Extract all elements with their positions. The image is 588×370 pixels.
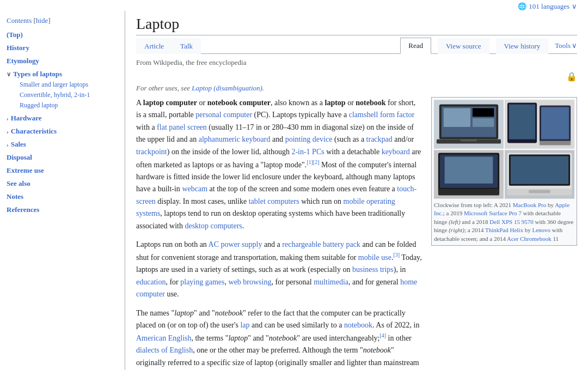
main-content: Laptop Article Talk Read View source Vie… — [125, 11, 588, 370]
tabs-right: Read View source View history Tools ∨ — [400, 38, 577, 53]
toc-item-notes[interactable]: Notes — [7, 191, 118, 202]
svg-rect-4 — [473, 108, 494, 117]
image-surface — [505, 100, 574, 149]
toc-item-types[interactable]: ∨ Types of laptops — [7, 69, 118, 80]
link-personal-computer[interactable]: personal computer — [195, 111, 252, 119]
toc-item-extreme-use[interactable]: Extreme use — [7, 165, 118, 176]
svg-rect-7 — [461, 139, 477, 142]
link-keyboard[interactable]: keyboard — [382, 148, 410, 156]
link-dell-xps[interactable]: Dell XPS 15 9570 — [489, 219, 533, 225]
paragraph-3: The names "laptop" and "notebook" refer … — [136, 307, 422, 370]
svg-rect-13 — [540, 141, 571, 145]
content-area: A laptop computer or notebook computer, … — [136, 97, 577, 370]
link-trackpad[interactable]: trackpad — [366, 135, 393, 143]
toc-item-etymology[interactable]: Etymology — [7, 56, 118, 66]
toc-item-sales[interactable]: › Sales — [7, 139, 118, 150]
link-trackpoint[interactable]: trackpoint — [136, 148, 167, 156]
ref-2[interactable]: [2] — [313, 159, 320, 165]
toc-item-convertible[interactable]: Convertible, hybrid, 2-in-1 — [7, 90, 118, 100]
link-flat-panel[interactable]: flat panel screen — [157, 123, 207, 131]
language-selector[interactable]: 🌐 101 languages ∨ — [518, 2, 577, 11]
link-macbook-pro[interactable]: MacBook Pro — [513, 202, 546, 208]
link-pointing-device[interactable]: pointing device — [285, 135, 333, 143]
link-notebook[interactable]: notebook — [344, 321, 372, 329]
link-lenovo[interactable]: Lenovo — [532, 227, 550, 233]
svg-rect-3 — [444, 108, 470, 126]
link-web-browsing[interactable]: web browsing — [229, 278, 272, 286]
disambiguation-note: For other uses, see Laptop (disambiguati… — [136, 84, 577, 93]
toc-item-references[interactable]: References — [7, 204, 118, 215]
from-wikipedia: From Wikipedia, the free encyclopedia — [136, 58, 577, 67]
toc-item-top[interactable]: (Top) — [7, 29, 118, 40]
image-macbook — [434, 100, 504, 149]
toc-item-characteristics[interactable]: › Characteristics — [7, 126, 118, 137]
sidebar: Contents [hide] (Top) History Etymology … — [0, 11, 125, 370]
tab-talk[interactable]: Talk — [172, 38, 201, 54]
svg-rect-18 — [438, 189, 499, 196]
lock-icon: 🔒 — [566, 71, 577, 82]
ref-4[interactable]: [4] — [379, 332, 386, 338]
tab-view-history[interactable]: View history — [496, 38, 549, 54]
link-surface-pro[interactable]: Microsoft Surface Pro 7 — [464, 210, 522, 216]
paragraph-1: A laptop computer or notebook computer, … — [136, 97, 422, 232]
link-multimedia[interactable]: multimedia — [314, 278, 348, 286]
link-thinkpad-helix[interactable]: ThinkPad Helix — [485, 227, 523, 233]
tabs-left: Article Talk — [136, 38, 201, 53]
tab-view-source[interactable]: View source — [438, 38, 489, 54]
toc-item-disposal[interactable]: Disposal — [7, 152, 118, 163]
link-webcam[interactable]: webcam — [182, 185, 207, 193]
chevron-down-icon: ∨ — [572, 2, 577, 11]
image-thinkpad — [434, 150, 504, 199]
link-playing-games[interactable]: playing games — [180, 278, 224, 286]
tab-article[interactable]: Article — [136, 38, 172, 54]
image-caption: Clockwise from top left: A 2021 MacBook … — [434, 201, 574, 243]
disambiguation-link[interactable]: Laptop (disambiguation) — [192, 84, 262, 92]
image-chromebook — [505, 150, 574, 199]
paragraph-2: Laptops run on both an AC power supply a… — [136, 239, 422, 301]
toc-item-hardware[interactable]: › Hardware — [7, 113, 118, 124]
link-battery[interactable]: rechargeable battery pack — [282, 240, 360, 248]
chevron-right-icon: › — [7, 141, 9, 148]
toc-item-history[interactable]: History — [7, 43, 118, 53]
link-alphanumeric-keyboard[interactable]: alphanumeric keyboard — [199, 135, 271, 143]
link-business-trips[interactable]: business trips — [352, 265, 394, 274]
chevron-right-icon: › — [7, 115, 9, 122]
toc-title: Contents [hide] — [7, 16, 118, 25]
image-box: Clockwise from top left: A 2021 MacBook … — [431, 97, 577, 246]
toc-item-smaller[interactable]: Smaller and larger laptops — [7, 80, 118, 90]
link-lap[interactable]: lap — [240, 321, 249, 329]
chevron-right-icon: › — [7, 128, 9, 135]
link-home-computer[interactable]: home computer — [136, 278, 417, 298]
link-clamshell[interactable]: clamshell form factor — [349, 111, 415, 119]
ref-3[interactable]: [3] — [393, 252, 400, 258]
link-mobile-use[interactable]: mobile use — [358, 253, 391, 262]
chevron-down-icon: ∨ — [572, 41, 577, 50]
link-acer-chromebook[interactable]: Acer Chromebook — [507, 235, 552, 242]
image-grid — [434, 100, 574, 199]
link-tablet-computers[interactable]: tablet computers — [249, 197, 299, 205]
svg-rect-10 — [509, 105, 535, 139]
article-text: A laptop computer or notebook computer, … — [136, 97, 422, 370]
link-desktop-computers[interactable]: desktop computers — [185, 222, 242, 230]
tools-menu[interactable]: Tools ∨ — [555, 41, 577, 50]
link-american-english[interactable]: American English — [136, 334, 191, 342]
toc-label: Contents — [7, 16, 32, 25]
tabs-bar: Article Talk Read View source View histo… — [136, 38, 577, 54]
svg-rect-17 — [445, 157, 493, 184]
link-2in1[interactable]: 2-in-1 PCs — [291, 148, 324, 156]
globe-icon: 🌐 — [518, 2, 526, 11]
toc-hide-button[interactable]: hide — [36, 16, 48, 25]
link-education[interactable]: education — [136, 278, 166, 286]
svg-rect-12 — [541, 107, 569, 139]
language-count: 101 languages — [529, 2, 569, 11]
svg-rect-22 — [511, 156, 568, 184]
svg-rect-24 — [529, 190, 550, 193]
image-section: Clockwise from top left: A 2021 MacBook … — [431, 97, 577, 370]
link-ac-power[interactable]: AC power supply — [209, 240, 262, 248]
toc-item-rugged[interactable]: Rugged laptop — [7, 100, 118, 111]
toc-item-see-also[interactable]: See also — [7, 178, 118, 189]
tab-read[interactable]: Read — [400, 38, 431, 54]
svg-rect-5 — [473, 118, 494, 127]
ref-1[interactable]: [1] — [307, 159, 313, 165]
link-dialects[interactable]: dialects of English — [136, 346, 193, 354]
